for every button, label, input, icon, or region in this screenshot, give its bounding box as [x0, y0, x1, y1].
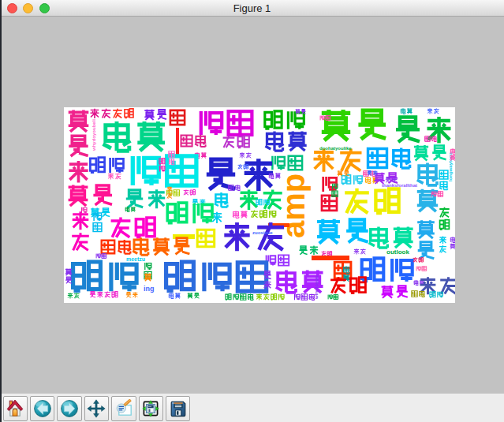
svg-text:thanksforallthat: thanksforallthat: [382, 183, 417, 188]
svg-text:outlook: outlook: [386, 248, 409, 256]
svg-text:meetzu: meetzu: [126, 256, 145, 262]
svg-text:ing: ing: [144, 285, 155, 293]
svg-text:doohatyoulike: doohatyoulike: [319, 146, 352, 151]
svg-text:whydoyou: whydoyou: [314, 275, 319, 300]
svg-text:zuosixue: zuosixue: [252, 230, 273, 235]
svg-text:whydoyoubeli: whydoyoubeli: [91, 119, 96, 151]
